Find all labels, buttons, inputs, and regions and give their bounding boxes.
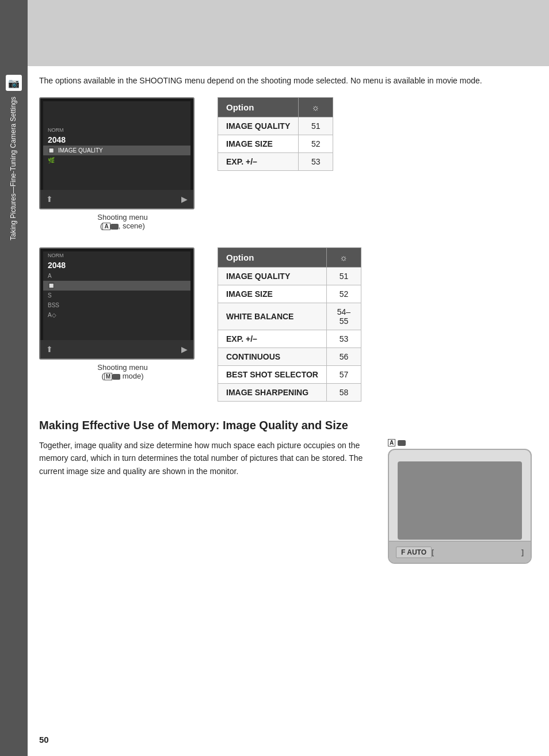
size-2048: 2048	[48, 135, 66, 144]
table-row: IMAGE QUALITY 51	[218, 268, 361, 285]
camera-icon2-small	[112, 374, 120, 380]
top-bar	[28, 0, 549, 66]
camera-screenshot-1: NORM 2048 🔲 IMAGE QUALITY 🌿 ⬆ ▶	[39, 97, 206, 230]
page-ref: 58	[326, 384, 361, 402]
option-name: IMAGE SHARPENING	[218, 384, 327, 402]
cs2-row-ao: A◇	[43, 310, 190, 320]
option-name: WHITE BALANCE	[218, 303, 327, 330]
col-header-option-1: Option	[218, 98, 299, 117]
cs2-row-a: A	[43, 271, 190, 281]
menu-caption-1: Shooting menu (A, scene)	[39, 213, 206, 230]
cs1-inner: NORM 2048 🔲 IMAGE QUALITY 🌿	[43, 101, 190, 190]
cs1-row-camera: 🌿	[43, 155, 190, 165]
table-1-container: Option ☼ IMAGE QUALITY 51 IMAGE SIZE 52 …	[218, 97, 537, 171]
table-2-container: Option ☼ IMAGE QUALITY 51 IMAGE SIZE 52 …	[218, 247, 537, 402]
page-ref: 53	[299, 153, 333, 171]
bottom-section: Together, image quality and size determi…	[39, 439, 537, 564]
table-row: IMAGE QUALITY 51	[218, 117, 333, 135]
camera-body-bottom: F AUTO [ ]	[389, 541, 531, 563]
sidebar: 📷 Taking Pictures—Fine-Tuning Camera Set…	[0, 0, 28, 756]
camera-screenshot-2: NORM 2048 A 🔲 S BSS	[39, 247, 206, 380]
page-ref: 57	[326, 366, 361, 384]
main-content: The options available in the SHOOTING me…	[39, 75, 537, 564]
option-name: IMAGE SIZE	[218, 285, 327, 303]
page-ref: 54–55	[326, 303, 361, 330]
camera-screen-2: NORM 2048 A 🔲 S BSS	[39, 247, 195, 360]
cs2-inner: NORM 2048 A 🔲 S BSS	[43, 251, 190, 340]
camera-icon-small	[110, 224, 119, 230]
size2-2048: 2048	[48, 261, 66, 270]
bracket-open: [	[432, 548, 434, 556]
camera-illustration: A F AUTO [ ]	[388, 439, 537, 564]
cs2-row-s: S	[43, 291, 190, 300]
camera-body: F AUTO [ ]	[388, 449, 532, 564]
leaf-icon: 🌿	[48, 157, 55, 163]
col-header-page-2: ☼	[326, 248, 361, 268]
table-row: IMAGE SHARPENING 58	[218, 384, 361, 402]
intro-text: The options available in the SHOOTING me…	[39, 75, 537, 87]
table-row: IMAGE SIZE 52	[218, 285, 361, 303]
table-row: IMAGE SIZE 52	[218, 135, 333, 153]
section-body: Together, image quality and size determi…	[39, 439, 376, 564]
camera-icon: 📷	[6, 75, 22, 91]
option-name: EXP. +/–	[218, 153, 299, 171]
norm-label: NORM	[48, 127, 64, 133]
cs2-right-arrow-icon: ▶	[181, 345, 188, 354]
page-number: 50	[39, 735, 49, 744]
camera-screen-display	[398, 461, 522, 540]
page-ref: 52	[326, 285, 361, 303]
option-name: BEST SHOT SELECTOR	[218, 366, 327, 384]
auto-label: F AUTO	[396, 547, 432, 558]
option-name: EXP. +/–	[218, 330, 327, 348]
quality-icon: 🔲	[48, 147, 55, 154]
cs1-header: NORM	[43, 126, 190, 134]
menu-section-2: NORM 2048 A 🔲 S BSS	[39, 247, 537, 402]
page-ref: 51	[299, 117, 333, 135]
sidebar-label: Taking Pictures—Fine-Tuning Camera Setti…	[9, 97, 18, 240]
options-table-2: Option ☼ IMAGE QUALITY 51 IMAGE SIZE 52 …	[218, 247, 361, 402]
bracket-close: ]	[521, 548, 524, 556]
section-title: Making Effective Use of Memory: Image Qu…	[39, 419, 537, 432]
up-arrow-icon: ⬆	[46, 194, 53, 204]
option-name: CONTINUOUS	[218, 348, 327, 366]
options-table-1: Option ☼ IMAGE QUALITY 51 IMAGE SIZE 52 …	[218, 97, 333, 171]
option-name: IMAGE SIZE	[218, 135, 299, 153]
cs1-row-quality: 🔲 IMAGE QUALITY	[43, 146, 190, 155]
cs2-2048: 2048	[43, 259, 190, 271]
cs2-up-arrow-icon: ⬆	[46, 345, 53, 354]
table-row: WHITE BALANCE 54–55	[218, 303, 361, 330]
page-ref: 53	[326, 330, 361, 348]
cs1-size: 2048	[43, 134, 190, 146]
option-name: IMAGE QUALITY	[218, 268, 327, 285]
option-name: IMAGE QUALITY	[218, 117, 299, 135]
menu-section-1: NORM 2048 🔲 IMAGE QUALITY 🌿 ⬆ ▶	[39, 97, 537, 230]
table-row: CONTINUOUS 56	[218, 348, 361, 366]
menu-caption-2: Shooting menu (M mode)	[39, 363, 206, 380]
col-header-page-1: ☼	[299, 98, 333, 117]
page-ref: 52	[299, 135, 333, 153]
cs2-bottom: ⬆ ▶	[40, 340, 193, 358]
table-row: EXP. +/– 53	[218, 330, 361, 348]
norm2-label: NORM	[48, 253, 64, 258]
cs2-norm: NORM	[43, 251, 190, 259]
camera-icon-bottom	[398, 440, 406, 446]
page-ref: 51	[326, 268, 361, 285]
page-ref: 56	[326, 348, 361, 366]
cs1-bottom: ⬆ ▶	[40, 190, 193, 208]
ao-badge-bottom: A	[388, 439, 395, 446]
ao-mode-badge: A	[102, 223, 110, 230]
m-mode-badge: M	[104, 373, 112, 380]
table-row: EXP. +/– 53	[218, 153, 333, 171]
camera-screen-1: NORM 2048 🔲 IMAGE QUALITY 🌿 ⬆ ▶	[39, 97, 195, 209]
table-row: BEST SHOT SELECTOR 57	[218, 366, 361, 384]
cs2-row-quality: 🔲	[43, 281, 190, 291]
col-header-option-2: Option	[218, 248, 327, 268]
cs2-row-bss: BSS	[43, 300, 190, 310]
right-arrow-icon: ▶	[181, 194, 188, 204]
